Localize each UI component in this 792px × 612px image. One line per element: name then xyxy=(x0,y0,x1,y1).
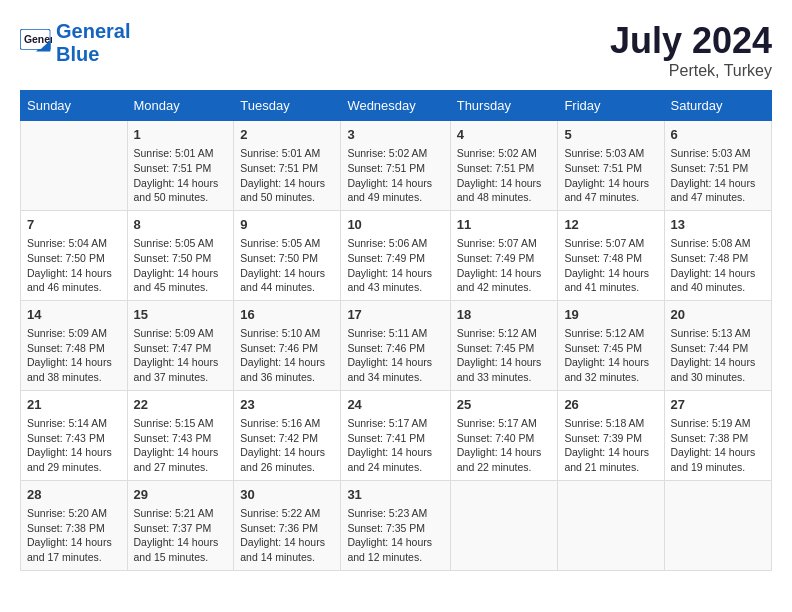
calendar-cell: 26Sunrise: 5:18 AMSunset: 7:39 PMDayligh… xyxy=(558,390,664,480)
day-number: 5 xyxy=(564,126,657,144)
day-info: Sunrise: 5:02 AMSunset: 7:51 PMDaylight:… xyxy=(347,146,443,205)
day-info: Sunrise: 5:12 AMSunset: 7:45 PMDaylight:… xyxy=(564,326,657,385)
day-number: 25 xyxy=(457,396,552,414)
calendar-week-row: 7Sunrise: 5:04 AMSunset: 7:50 PMDaylight… xyxy=(21,210,772,300)
day-number: 11 xyxy=(457,216,552,234)
day-info: Sunrise: 5:23 AMSunset: 7:35 PMDaylight:… xyxy=(347,506,443,565)
day-info: Sunrise: 5:05 AMSunset: 7:50 PMDaylight:… xyxy=(240,236,334,295)
calendar-cell: 25Sunrise: 5:17 AMSunset: 7:40 PMDayligh… xyxy=(450,390,558,480)
calendar-cell: 22Sunrise: 5:15 AMSunset: 7:43 PMDayligh… xyxy=(127,390,234,480)
day-number: 12 xyxy=(564,216,657,234)
column-header-saturday: Saturday xyxy=(664,91,772,121)
title-block: July 2024 Pertek, Turkey xyxy=(610,20,772,80)
day-number: 9 xyxy=(240,216,334,234)
calendar-cell: 7Sunrise: 5:04 AMSunset: 7:50 PMDaylight… xyxy=(21,210,128,300)
day-number: 2 xyxy=(240,126,334,144)
day-info: Sunrise: 5:09 AMSunset: 7:47 PMDaylight:… xyxy=(134,326,228,385)
calendar-cell: 13Sunrise: 5:08 AMSunset: 7:48 PMDayligh… xyxy=(664,210,772,300)
day-info: Sunrise: 5:14 AMSunset: 7:43 PMDaylight:… xyxy=(27,416,121,475)
day-info: Sunrise: 5:09 AMSunset: 7:48 PMDaylight:… xyxy=(27,326,121,385)
calendar-cell: 19Sunrise: 5:12 AMSunset: 7:45 PMDayligh… xyxy=(558,300,664,390)
column-header-sunday: Sunday xyxy=(21,91,128,121)
day-number: 8 xyxy=(134,216,228,234)
calendar-cell: 20Sunrise: 5:13 AMSunset: 7:44 PMDayligh… xyxy=(664,300,772,390)
calendar-cell: 1Sunrise: 5:01 AMSunset: 7:51 PMDaylight… xyxy=(127,121,234,211)
day-number: 3 xyxy=(347,126,443,144)
calendar-week-row: 1Sunrise: 5:01 AMSunset: 7:51 PMDaylight… xyxy=(21,121,772,211)
day-number: 29 xyxy=(134,486,228,504)
day-info: Sunrise: 5:21 AMSunset: 7:37 PMDaylight:… xyxy=(134,506,228,565)
calendar-cell: 24Sunrise: 5:17 AMSunset: 7:41 PMDayligh… xyxy=(341,390,450,480)
calendar-cell: 31Sunrise: 5:23 AMSunset: 7:35 PMDayligh… xyxy=(341,480,450,570)
day-number: 30 xyxy=(240,486,334,504)
calendar-cell: 15Sunrise: 5:09 AMSunset: 7:47 PMDayligh… xyxy=(127,300,234,390)
day-info: Sunrise: 5:17 AMSunset: 7:40 PMDaylight:… xyxy=(457,416,552,475)
column-header-wednesday: Wednesday xyxy=(341,91,450,121)
calendar-week-row: 14Sunrise: 5:09 AMSunset: 7:48 PMDayligh… xyxy=(21,300,772,390)
day-number: 19 xyxy=(564,306,657,324)
calendar-week-row: 21Sunrise: 5:14 AMSunset: 7:43 PMDayligh… xyxy=(21,390,772,480)
calendar-cell xyxy=(664,480,772,570)
calendar-cell: 5Sunrise: 5:03 AMSunset: 7:51 PMDaylight… xyxy=(558,121,664,211)
day-number: 6 xyxy=(671,126,766,144)
calendar-cell: 17Sunrise: 5:11 AMSunset: 7:46 PMDayligh… xyxy=(341,300,450,390)
logo: General General Blue xyxy=(20,20,130,66)
day-info: Sunrise: 5:20 AMSunset: 7:38 PMDaylight:… xyxy=(27,506,121,565)
calendar-cell: 8Sunrise: 5:05 AMSunset: 7:50 PMDaylight… xyxy=(127,210,234,300)
calendar-cell: 27Sunrise: 5:19 AMSunset: 7:38 PMDayligh… xyxy=(664,390,772,480)
day-info: Sunrise: 5:10 AMSunset: 7:46 PMDaylight:… xyxy=(240,326,334,385)
day-number: 10 xyxy=(347,216,443,234)
day-number: 27 xyxy=(671,396,766,414)
day-info: Sunrise: 5:22 AMSunset: 7:36 PMDaylight:… xyxy=(240,506,334,565)
day-number: 14 xyxy=(27,306,121,324)
calendar-cell: 28Sunrise: 5:20 AMSunset: 7:38 PMDayligh… xyxy=(21,480,128,570)
day-number: 31 xyxy=(347,486,443,504)
calendar-cell: 23Sunrise: 5:16 AMSunset: 7:42 PMDayligh… xyxy=(234,390,341,480)
day-info: Sunrise: 5:13 AMSunset: 7:44 PMDaylight:… xyxy=(671,326,766,385)
day-number: 7 xyxy=(27,216,121,234)
calendar-cell: 21Sunrise: 5:14 AMSunset: 7:43 PMDayligh… xyxy=(21,390,128,480)
day-info: Sunrise: 5:03 AMSunset: 7:51 PMDaylight:… xyxy=(671,146,766,205)
day-info: Sunrise: 5:07 AMSunset: 7:48 PMDaylight:… xyxy=(564,236,657,295)
day-info: Sunrise: 5:16 AMSunset: 7:42 PMDaylight:… xyxy=(240,416,334,475)
day-info: Sunrise: 5:07 AMSunset: 7:49 PMDaylight:… xyxy=(457,236,552,295)
day-number: 26 xyxy=(564,396,657,414)
day-info: Sunrise: 5:11 AMSunset: 7:46 PMDaylight:… xyxy=(347,326,443,385)
day-number: 1 xyxy=(134,126,228,144)
day-number: 4 xyxy=(457,126,552,144)
calendar-cell: 4Sunrise: 5:02 AMSunset: 7:51 PMDaylight… xyxy=(450,121,558,211)
logo-icon: General xyxy=(20,29,52,57)
day-info: Sunrise: 5:17 AMSunset: 7:41 PMDaylight:… xyxy=(347,416,443,475)
day-info: Sunrise: 5:06 AMSunset: 7:49 PMDaylight:… xyxy=(347,236,443,295)
day-info: Sunrise: 5:19 AMSunset: 7:38 PMDaylight:… xyxy=(671,416,766,475)
calendar-cell: 14Sunrise: 5:09 AMSunset: 7:48 PMDayligh… xyxy=(21,300,128,390)
calendar-cell: 9Sunrise: 5:05 AMSunset: 7:50 PMDaylight… xyxy=(234,210,341,300)
calendar-cell: 30Sunrise: 5:22 AMSunset: 7:36 PMDayligh… xyxy=(234,480,341,570)
calendar-cell xyxy=(558,480,664,570)
day-info: Sunrise: 5:03 AMSunset: 7:51 PMDaylight:… xyxy=(564,146,657,205)
day-number: 28 xyxy=(27,486,121,504)
column-header-tuesday: Tuesday xyxy=(234,91,341,121)
day-number: 15 xyxy=(134,306,228,324)
calendar-header-row: SundayMondayTuesdayWednesdayThursdayFrid… xyxy=(21,91,772,121)
day-info: Sunrise: 5:05 AMSunset: 7:50 PMDaylight:… xyxy=(134,236,228,295)
day-info: Sunrise: 5:15 AMSunset: 7:43 PMDaylight:… xyxy=(134,416,228,475)
calendar-cell: 16Sunrise: 5:10 AMSunset: 7:46 PMDayligh… xyxy=(234,300,341,390)
location-subtitle: Pertek, Turkey xyxy=(610,62,772,80)
day-info: Sunrise: 5:04 AMSunset: 7:50 PMDaylight:… xyxy=(27,236,121,295)
day-number: 16 xyxy=(240,306,334,324)
calendar-cell: 10Sunrise: 5:06 AMSunset: 7:49 PMDayligh… xyxy=(341,210,450,300)
day-number: 24 xyxy=(347,396,443,414)
day-info: Sunrise: 5:18 AMSunset: 7:39 PMDaylight:… xyxy=(564,416,657,475)
day-info: Sunrise: 5:02 AMSunset: 7:51 PMDaylight:… xyxy=(457,146,552,205)
month-year-title: July 2024 xyxy=(610,20,772,62)
calendar-table: SundayMondayTuesdayWednesdayThursdayFrid… xyxy=(20,90,772,571)
calendar-cell xyxy=(21,121,128,211)
day-number: 13 xyxy=(671,216,766,234)
calendar-cell: 3Sunrise: 5:02 AMSunset: 7:51 PMDaylight… xyxy=(341,121,450,211)
calendar-cell: 11Sunrise: 5:07 AMSunset: 7:49 PMDayligh… xyxy=(450,210,558,300)
day-info: Sunrise: 5:01 AMSunset: 7:51 PMDaylight:… xyxy=(240,146,334,205)
page-header: General General Blue July 2024 Pertek, T… xyxy=(20,20,772,80)
day-number: 22 xyxy=(134,396,228,414)
day-info: Sunrise: 5:01 AMSunset: 7:51 PMDaylight:… xyxy=(134,146,228,205)
